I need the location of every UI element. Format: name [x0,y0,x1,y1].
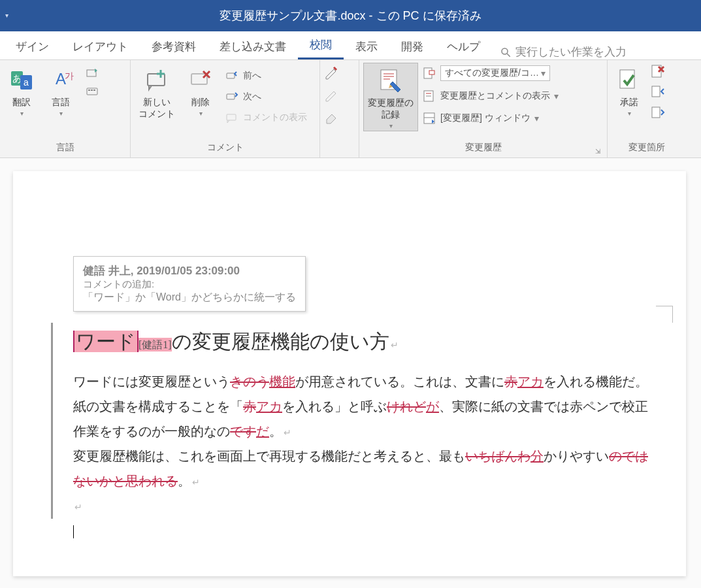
tooltip-author: 健語 井上, 2019/01/05 23:09:00 [83,263,296,278]
svg-rect-10 [88,90,90,91]
update-ime-icon[interactable] [85,67,99,81]
tracking-dialog-launcher[interactable]: ⇲ [595,148,600,155]
ime-icon[interactable] [85,84,99,98]
show-markup-icon [422,89,436,103]
document-area[interactable]: 健語 井上, 2019/01/05 23:09:00 コメントの追加: 「ワード… [0,158,701,588]
tab-review[interactable]: 校閲 [298,31,344,59]
ink-pen-icon[interactable] [324,65,338,80]
tab-design[interactable]: ザイン [4,33,61,59]
svg-rect-12 [93,90,95,91]
svg-text:a: a [24,77,29,88]
reviewing-pane-button[interactable]: [変更履歴] ウィンドウ ▾ [422,110,559,127]
tab-developer[interactable]: 開発 [389,33,435,59]
next-comment-icon [225,90,239,104]
svg-text:あ: あ [12,73,22,84]
tooltip-label: コメントの追加: [83,278,296,291]
cursor-line[interactable] [73,518,660,543]
window-title: 変更履歴サンプル文書.docx - この PC に保存済み [220,8,481,24]
svg-rect-8 [87,70,96,76]
tab-layout[interactable]: レイアウト [61,33,140,59]
inserted-text: アカ [517,374,544,389]
paragraph-2[interactable]: 変更履歴機能は、これを画面上で再現する機能だと考えると、最もいちばんわ分かりやす… [73,444,660,493]
document-heading[interactable]: ワード[健語1]の変更履歴機能の使い方↵ [73,323,660,360]
ribbon-tabs: ザイン レイアウト 参考資料 差し込み文書 校閲 表示 開発 ヘルプ 実行したい… [0,31,701,60]
deleted-text: きのう [230,374,269,389]
show-markup-button[interactable]: 変更履歴とコメントの表示 ▾ [422,88,559,105]
svg-point-0 [502,48,508,54]
group-tracking: 変更履歴の 記録 ▾ すべての変更履歴/コ…▾ 変更履歴とコメントの表示 ▾ [… [359,60,608,157]
track-changes-icon [377,67,404,95]
svg-rect-19 [227,73,235,78]
empty-paragraph[interactable]: ↵ [73,493,660,518]
svg-rect-21 [227,114,236,120]
group-ink [320,60,359,157]
tab-references[interactable]: 参考資料 [140,33,208,59]
ribbon: あa 翻訳 ▾ A가 言語 ▾ 言語 [0,60,701,158]
show-comments-icon [225,110,239,125]
tab-help[interactable]: ヘルプ [435,33,492,59]
titlebar: ▾ 変更履歴サンプル文書.docx - この PC に保存済み [0,0,701,31]
deleted-text: 赤 [504,374,517,389]
translate-button[interactable]: あa 翻訳 ▾ [4,63,39,118]
quick-access-dropdown[interactable]: ▾ [5,12,8,19]
document-content[interactable]: ワード[健語1]の変更履歴機能の使い方↵ ワードには変更履歴というきのう機能が用… [73,323,660,543]
group-language: あa 翻訳 ▾ A가 言語 ▾ 言語 [0,60,131,157]
group-changes: 承諾 ▾ 変更箇所 [608,60,686,157]
comment-highlight[interactable]: ワード [73,331,139,352]
svg-rect-9 [87,88,97,95]
svg-rect-38 [652,107,660,118]
delete-comment-icon [187,67,214,94]
svg-rect-27 [429,71,434,74]
page-corner-marker [656,306,673,323]
show-comments-button: コメントの表示 [222,108,310,127]
reject-icon[interactable] [651,64,665,78]
svg-text:가: 가 [65,71,74,81]
previous-comment-button[interactable]: 前へ [222,67,310,85]
previous-comment-icon [225,69,239,83]
accept-button[interactable]: 承諾 ▾ [611,63,647,118]
document-page[interactable]: 健語 井上, 2019/01/05 23:09:00 コメントの追加: 「ワード… [13,171,686,576]
translate-icon: あa [8,67,35,94]
ink-pencil-icon[interactable] [324,88,338,102]
svg-rect-37 [652,86,660,97]
inserted-text: 分 [530,449,544,463]
comment-reference[interactable]: [健語1] [139,338,172,351]
next-comment-button[interactable]: 次へ [222,88,310,106]
tell-me-search[interactable]: 実行したい作業を入力 [500,44,627,59]
display-for-review-icon [422,66,436,80]
new-comment-button[interactable]: 新しい コメント [135,63,179,122]
ink-eraser-icon[interactable] [324,110,338,124]
next-change-icon[interactable] [651,106,665,120]
new-comment-icon [143,67,171,94]
previous-change-icon[interactable] [651,85,665,99]
reviewing-pane-icon [422,111,436,125]
group-tracking-label: 変更履歴 ⇲ [363,139,603,157]
inserted-text: アカ [256,399,282,414]
accept-icon [615,67,643,94]
deleted-text: いちばんわ [465,449,530,463]
svg-rect-20 [227,94,235,99]
inserted-text: が [426,399,439,414]
svg-rect-13 [148,74,165,86]
comment-tooltip: 健語 井上, 2019/01/05 23:09:00 コメントの追加: 「ワード… [73,256,306,312]
display-for-review-select[interactable]: すべての変更履歴/コ…▾ [422,64,559,82]
search-icon [500,46,512,58]
paragraph-1[interactable]: ワードには変更履歴というきのう機能が用意されている。これは、文書に赤アカを入れる… [73,369,660,444]
group-comment-label: コメント [135,139,316,157]
language-button[interactable]: A가 言語 ▾ [43,63,78,118]
inserted-text: 機能 [269,374,295,389]
change-indicator-bar[interactable] [51,323,53,519]
svg-line-1 [507,54,510,57]
group-changes-label: 変更箇所 [611,139,682,157]
deleted-text: けれど [387,399,426,414]
tooltip-body: 「ワード」か「Word」かどちらかに統一する [83,291,296,304]
delete-comment-button[interactable]: 削除 ▾ [183,63,218,118]
group-comment: 新しい コメント 削除 ▾ 前へ 次へ [131,60,320,157]
group-language-label: 言語 [4,139,126,157]
track-changes-button[interactable]: 変更履歴の 記録 ▾ [363,63,418,131]
tab-mailings[interactable]: 差し込み文書 [208,33,298,59]
text-cursor [73,525,74,538]
language-icon: A가 [47,67,74,94]
tab-view[interactable]: 表示 [344,33,389,59]
svg-rect-11 [91,90,93,91]
